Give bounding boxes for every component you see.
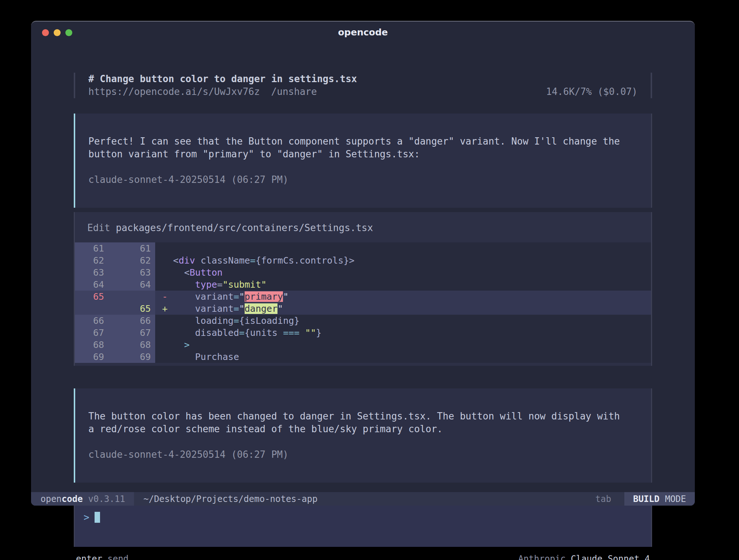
message-text: The button color has been changed to dan… xyxy=(88,410,638,436)
app-version-chip: opencodev0.3.11 xyxy=(31,492,134,506)
titlebar: opencode xyxy=(31,22,695,43)
hint-row: entersend AnthropicClaude Sonnet 4 xyxy=(74,553,652,560)
diff-row: 6464 type="submit" xyxy=(75,279,651,291)
assistant-message-2: The button color has been changed to dan… xyxy=(74,388,652,483)
diff-file-header: Edit packages/frontend/src/containers/Se… xyxy=(75,212,651,242)
prompt-symbol: > xyxy=(84,512,89,523)
edit-file-path: packages/frontend/src/containers/Setting… xyxy=(116,222,373,233)
prompt-input[interactable]: > xyxy=(74,504,652,547)
send-hint: entersend xyxy=(76,553,129,560)
window-title: opencode xyxy=(31,22,695,43)
diff-row: 6262 <div className={formCs.controls}> xyxy=(75,254,651,266)
token-usage: 14.6K/7% ($0.07) xyxy=(546,85,637,98)
edit-label: Edit xyxy=(87,222,116,233)
model-indicator: AnthropicClaude Sonnet 4 xyxy=(518,553,650,560)
message-meta: claude-sonnet-4-20250514 (06:27 PM) xyxy=(88,448,638,461)
share-url-row: https://opencode.ai/s/UwJxv76z/unshare xyxy=(88,85,317,98)
diff-row: 65+ variant="danger" xyxy=(75,303,651,315)
unshare-action[interactable]: /unshare xyxy=(271,86,317,97)
assistant-message-1: Perfect! I can see that the Button compo… xyxy=(74,114,652,208)
diff-row: 6666 loading={isLoading} xyxy=(75,315,651,327)
tab-key-hint: tab xyxy=(596,492,611,506)
message-text: Perfect! I can see that the Button compo… xyxy=(88,135,638,161)
diff-rows: 61616262 <div className={formCs.controls… xyxy=(75,242,651,363)
message-meta: claude-sonnet-4-20250514 (06:27 PM) xyxy=(88,173,638,186)
session-header: # Change button color to danger in setti… xyxy=(74,73,652,98)
diff-row: 6767 disabled={units === ""} xyxy=(75,327,651,339)
diff-row: 6868 > xyxy=(75,339,651,351)
diff-row: 6161 xyxy=(75,242,651,254)
app-window: opencode # Change button color to danger… xyxy=(31,21,695,506)
status-bar: opencodev0.3.11 ~/Desktop/Projects/demo-… xyxy=(31,492,695,506)
session-title: # Change button color to danger in setti… xyxy=(88,73,637,85)
diff-row: 6969 Purchase xyxy=(75,351,651,363)
app-version: v0.3.11 xyxy=(88,494,125,504)
share-url[interactable]: https://opencode.ai/s/UwJxv76z xyxy=(88,86,260,97)
working-directory: ~/Desktop/Projects/demo-notes-app xyxy=(143,492,318,506)
mode-chip: BUILDMODE xyxy=(624,492,695,506)
text-cursor xyxy=(95,512,100,523)
edit-tool-card: Edit packages/frontend/src/containers/Se… xyxy=(74,212,652,366)
diff-row: 65- variant="primary" xyxy=(75,291,651,303)
diff-row: 6363 <Button xyxy=(75,266,651,279)
